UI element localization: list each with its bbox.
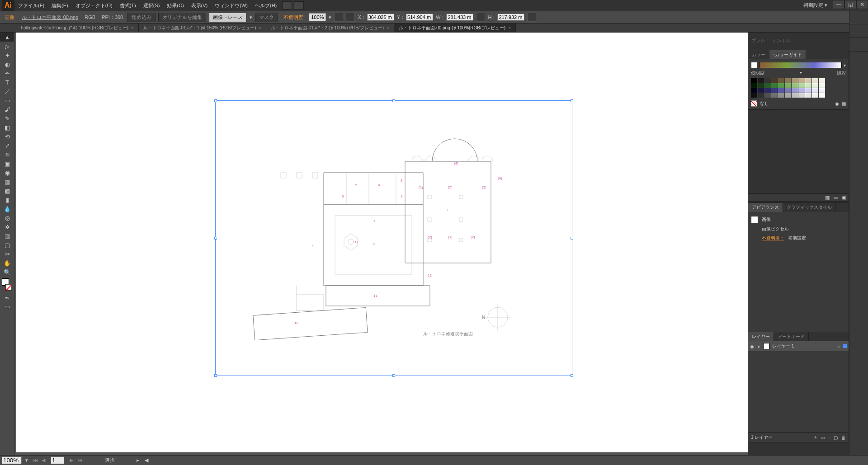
- panel-icon[interactable]: ▣: [841, 195, 846, 201]
- more-icon[interactable]: [527, 13, 536, 22]
- document-tab[interactable]: ル・トロネ平面図-00.png @ 100%(RGB/プレビュー)×: [394, 23, 516, 32]
- hand-tool[interactable]: ✋: [0, 258, 14, 268]
- eraser-tool[interactable]: ◧: [0, 123, 14, 132]
- zoom-input[interactable]: [2, 456, 22, 464]
- panel-tab[interactable]: アートボード: [774, 332, 809, 341]
- layer-row[interactable]: ◉ ▸ レイヤー 1 ○: [748, 341, 849, 351]
- canvas[interactable]: N 1 2 3 4 5 6 7 8 9 10 11 12 13 (1) (1) …: [16, 33, 748, 452]
- make-clip-icon[interactable]: ▭: [821, 435, 825, 440]
- layout-toggle2-icon[interactable]: [294, 1, 304, 9]
- resize-handle[interactable]: [571, 99, 573, 102]
- harmony-bar[interactable]: [759, 62, 842, 68]
- visibility-icon[interactable]: ◉: [750, 344, 755, 349]
- resize-handle[interactable]: [571, 374, 573, 377]
- zoom-tool[interactable]: 🔍: [0, 268, 14, 277]
- status-dropdown-icon[interactable]: ▸: [137, 457, 139, 463]
- scale-tool[interactable]: ⤢: [0, 141, 14, 150]
- opacity-dropdown-icon[interactable]: ▾: [329, 14, 331, 20]
- lasso-tool[interactable]: ◐: [0, 60, 14, 69]
- dropdown-icon[interactable]: ▾: [844, 63, 846, 68]
- target-icon[interactable]: ○: [838, 344, 840, 349]
- panel-icon[interactable]: [849, 11, 868, 24]
- type-tool[interactable]: T: [0, 78, 14, 87]
- image-trace-button[interactable]: 画像トレース: [209, 13, 247, 22]
- prev-artboard-button[interactable]: ◀: [40, 457, 47, 463]
- minimize-button[interactable]: —: [833, 0, 844, 9]
- linked-file-name[interactable]: ル・トロネ平面図-00.png: [20, 14, 80, 21]
- opacity-value[interactable]: 100%: [309, 13, 326, 21]
- shape-builder-tool[interactable]: ◉: [0, 168, 14, 177]
- eyedropper-tool[interactable]: 💧: [0, 204, 14, 213]
- last-artboard-button[interactable]: ⏭: [76, 457, 83, 463]
- resize-handle[interactable]: [571, 237, 573, 240]
- menu-item[interactable]: 選択(S): [140, 0, 164, 11]
- new-layer-icon[interactable]: ▢: [834, 435, 838, 440]
- panel-icon[interactable]: ▭: [833, 195, 838, 201]
- document-tab[interactable]: ル・トロネ平面図-01.ai*：2 @ 100% (RGB/プレビュー)×: [266, 23, 394, 32]
- panel-tab[interactable]: グラフィックスタイル: [783, 203, 836, 212]
- direct-selection-tool[interactable]: ▷: [0, 42, 14, 51]
- resize-handle[interactable]: [214, 237, 217, 240]
- artboard-tool[interactable]: ▢: [0, 240, 14, 249]
- panel-tab[interactable]: ブラシ: [748, 36, 769, 45]
- pen-tool[interactable]: ✒: [0, 69, 14, 78]
- close-tab-icon[interactable]: ×: [131, 25, 134, 30]
- symbol-sprayer-tool[interactable]: ✲: [0, 222, 14, 231]
- rectangle-tool[interactable]: ▭: [0, 96, 14, 105]
- zoom-dropdown-icon[interactable]: ▾: [25, 457, 28, 463]
- save-group-icon[interactable]: ▦: [842, 101, 846, 106]
- h-input[interactable]: [497, 14, 524, 21]
- align-icon[interactable]: [334, 13, 343, 22]
- menu-item[interactable]: オブジェクト(O): [72, 0, 116, 11]
- first-artboard-button[interactable]: ⏮: [32, 457, 39, 463]
- free-transform-tool[interactable]: ▣: [0, 159, 14, 168]
- panel-tab[interactable]: シンボル: [769, 36, 794, 45]
- color-variations-grid[interactable]: [751, 78, 846, 98]
- trash-icon[interactable]: 🗑: [841, 435, 846, 440]
- layer-name[interactable]: レイヤー 1: [772, 343, 794, 349]
- close-tab-icon[interactable]: ×: [508, 25, 511, 30]
- panel-tab[interactable]: アピアランス: [748, 203, 783, 212]
- expand-icon[interactable]: ▸: [758, 344, 760, 349]
- rotate-tool[interactable]: ⟲: [0, 132, 14, 141]
- resize-handle[interactable]: [392, 374, 395, 377]
- perspective-tool[interactable]: ▦: [0, 177, 14, 186]
- blend-tool[interactable]: ◎: [0, 213, 14, 222]
- pencil-tool[interactable]: ✎: [0, 114, 14, 123]
- workspace-selector[interactable]: 初期設定 ▾: [803, 2, 827, 9]
- menu-item[interactable]: 表示(V): [188, 0, 212, 11]
- document-tab[interactable]: ル・トロネ平面図-01.ai*：1 @ 150% (RGB/プレビュー)×: [139, 23, 266, 32]
- panel-icon[interactable]: [849, 24, 868, 38]
- opacity-link[interactable]: 不透明度：: [762, 235, 784, 241]
- panel-tab[interactable]: カラー: [748, 50, 769, 59]
- color-mode-icon[interactable]: ▪▫: [0, 293, 14, 302]
- w-input[interactable]: [446, 14, 473, 21]
- panel-icon[interactable]: ▦: [825, 195, 830, 201]
- line-tool[interactable]: ／: [0, 87, 14, 96]
- artboard-number-input[interactable]: [51, 456, 64, 464]
- base-color-swatch[interactable]: [751, 62, 757, 68]
- dropdown-icon[interactable]: ▾: [800, 70, 802, 76]
- x-input[interactable]: [367, 14, 394, 21]
- panel-icon[interactable]: [849, 38, 868, 52]
- gradient-tool[interactable]: ▮: [0, 195, 14, 204]
- trace-dropdown-icon[interactable]: ▾: [250, 14, 252, 20]
- graph-tool[interactable]: ▥: [0, 231, 14, 240]
- next-artboard-button[interactable]: ▶: [68, 457, 75, 463]
- menu-item[interactable]: 効果(C): [163, 0, 187, 11]
- mesh-tool[interactable]: ▩: [0, 186, 14, 195]
- selection-tool[interactable]: ▲: [0, 33, 14, 42]
- panel-tab[interactable]: レイヤー: [748, 332, 774, 341]
- mask-button[interactable]: マスク: [255, 13, 278, 22]
- link-wh-icon[interactable]: [476, 13, 485, 22]
- resize-handle[interactable]: [214, 374, 217, 377]
- width-tool[interactable]: ≋: [0, 150, 14, 159]
- menu-item[interactable]: 編集(E): [48, 0, 72, 11]
- close-button[interactable]: ✕: [856, 0, 868, 9]
- close-tab-icon[interactable]: ×: [259, 25, 262, 30]
- menu-item[interactable]: ヘルプ(H): [251, 0, 280, 11]
- recolor-icon[interactable]: ◉: [835, 101, 839, 106]
- edit-original-button[interactable]: オリジナルを編集: [158, 13, 206, 22]
- resize-handle[interactable]: [392, 99, 395, 102]
- menu-item[interactable]: ファイル(F): [14, 0, 48, 11]
